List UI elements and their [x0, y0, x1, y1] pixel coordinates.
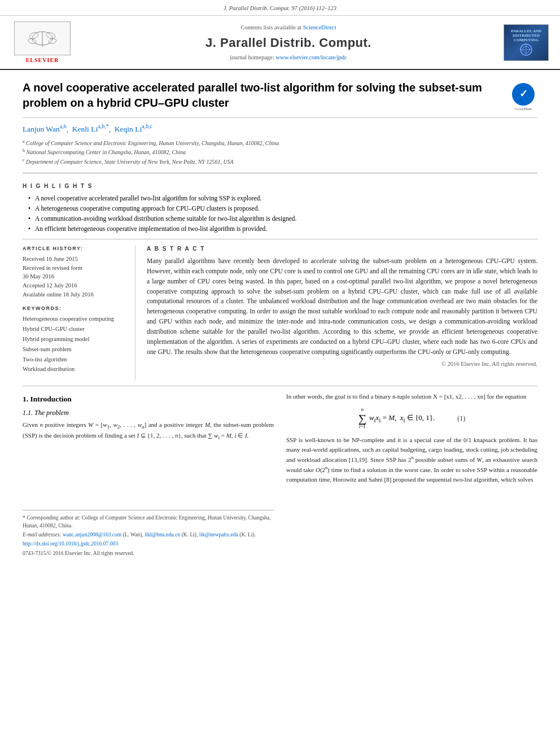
- revised-date: 30 May 2016: [23, 272, 126, 281]
- divider-1: [23, 173, 537, 173]
- body-text-ssp-info: SSP is well-known to be NP-complete and …: [286, 435, 537, 484]
- journal-homepage: journal homepage: www.elsevier.com/locat…: [73, 54, 504, 62]
- keyword-6: Workload distribution: [23, 364, 126, 374]
- abstract-col: A B S T R A C T Many parallel algorithms…: [147, 245, 537, 380]
- affiliation-c: c Department of Computer Science, State …: [23, 157, 537, 166]
- footnotes-section: * Corresponding author at: College of Co…: [23, 510, 274, 557]
- authors-line: Lanjun Wana,b, Kenli Lia,b,*, Keqin Lia,…: [23, 123, 537, 134]
- author-lanjun-wan[interactable]: Lanjun Wan: [23, 125, 60, 133]
- article-title-section: A novel cooperative accelerated parallel…: [23, 70, 537, 119]
- journal-header: ELSEVIER Contents lists available at Sci…: [0, 16, 560, 70]
- email-3[interactable]: lik@newpaltz.edu: [199, 532, 238, 538]
- email3-who: (K. Li).: [239, 532, 256, 538]
- revised-label: Received in revised form: [23, 264, 126, 273]
- crossmark-logo: ✓: [512, 83, 535, 106]
- crossmark-widget[interactable]: ✓ CrossMark: [509, 83, 537, 112]
- email-label: E-mail addresses:: [23, 532, 62, 538]
- journal-title-center: Contents lists available at ScienceDirec…: [73, 24, 504, 62]
- copyright-line: © 2016 Elsevier Inc. All rights reserved…: [147, 360, 537, 369]
- article-info-col: Article history: Received 16 June 2015 R…: [23, 245, 135, 380]
- section-1-heading: 1. Introduction: [23, 394, 274, 405]
- keywords-list: Heterogeneous cooperative computing Hybr…: [23, 314, 126, 374]
- body-content: 1. Introduction 1.1. The problem Given n…: [23, 386, 537, 558]
- email-1[interactable]: wanc.anjun2008@163.com: [63, 532, 121, 538]
- journal-reference: J. Parallel Distrib. Comput. 97 (2016) 1…: [0, 0, 560, 16]
- cover-graphic: [515, 43, 537, 57]
- keyword-2: Hybrid CPU–GPU cluster: [23, 324, 126, 334]
- formula-number-1: (1): [457, 414, 465, 423]
- article-history-label: Article history:: [23, 245, 126, 252]
- highlight-item-2: A heterogeneous cooperative computing ap…: [28, 204, 537, 213]
- body-left-col: 1. Introduction 1.1. The problem Given n…: [23, 392, 274, 558]
- sum-symbol: n ∑ i=1: [358, 407, 366, 430]
- subsection-1-1-heading: 1.1. The problem: [23, 408, 274, 418]
- footnote-corresponding: * Corresponding author at: College of Co…: [23, 514, 274, 530]
- article-history-group: Article history: Received 16 June 2015 R…: [23, 245, 126, 299]
- sciencedirect-link[interactable]: ScienceDirect: [303, 24, 336, 30]
- article-title: A novel cooperative accelerated parallel…: [23, 80, 509, 111]
- keywords-label: Keywords:: [23, 305, 126, 312]
- email2-who: (K. Li),: [182, 532, 198, 538]
- elsevier-tree-icon: [25, 27, 59, 50]
- homepage-url[interactable]: www.elsevier.com/locate/jpdc: [275, 54, 347, 60]
- abstract-text: Many parallel algorithms have recently b…: [147, 256, 537, 357]
- formula-1: n ∑ i=1 wixi = M, xi ∈ {0, 1}. (1): [286, 407, 537, 430]
- keyword-3: Hybrid programming model: [23, 334, 126, 344]
- formula-content: n ∑ i=1 wixi = M, xi ∈ {0, 1}.: [358, 407, 435, 430]
- affiliation-b: b National Supercomputing Center in Chan…: [23, 147, 537, 156]
- highlights-list: A novel cooperative accelerated parallel…: [23, 194, 537, 233]
- keyword-4: Subset-sum problem: [23, 344, 126, 355]
- affiliation-a: a College of Computer Science and Electr…: [23, 138, 537, 147]
- online-date: Available online 18 July 2016: [23, 290, 126, 299]
- body-text-problem: Given n positive integers W = [w1, w2, .…: [23, 420, 274, 442]
- page: J. Parallel Distrib. Comput. 97 (2016) 1…: [0, 0, 560, 747]
- highlight-item-4: An efficient heterogeneous cooperative i…: [28, 224, 537, 233]
- highlight-item-1: A novel cooperative accelerated parallel…: [28, 194, 537, 203]
- sigma-formula: n ∑ i=1 wixi = M, xi ∈ {0, 1}.: [358, 407, 435, 430]
- accepted-date: Accepted 12 July 2016: [23, 281, 126, 290]
- highlight-item-3: A communication-avoiding workload distri…: [28, 214, 537, 223]
- elsevier-logo: ELSEVIER: [11, 21, 73, 64]
- journal-name: J. Parallel Distrib. Comput.: [73, 34, 504, 52]
- elsevier-logo-box: [14, 21, 71, 55]
- email1-who: (L. Wan),: [123, 532, 143, 538]
- sum-bottom: i=1: [359, 424, 366, 430]
- authors-section: Lanjun Wana,b, Kenli Lia,b,*, Keqin Lia,…: [23, 118, 537, 168]
- sum-big-sigma: ∑: [358, 413, 366, 424]
- highlights-section: H I G H L I G H T S A novel cooperative …: [23, 178, 537, 239]
- journal-ref-text: J. Parallel Distrib. Comput. 97 (2016) 1…: [224, 5, 336, 11]
- received-date: Received 16 June 2015: [23, 255, 126, 264]
- body-text-right-intro: In other words, the goal is to find a bi…: [286, 392, 537, 401]
- abstract-label: A B S T R A C T: [147, 245, 537, 253]
- author-kenli-li[interactable]: Kenli Li: [72, 125, 98, 133]
- body-right-col: In other words, the goal is to find a bi…: [286, 392, 537, 558]
- cover-text: PARALLEL ANDDISTRIBUTEDCOMPUTING: [511, 29, 541, 43]
- body-two-col: 1. Introduction 1.1. The problem Given n…: [23, 392, 537, 558]
- keyword-1: Heterogeneous cooperative computing: [23, 314, 126, 324]
- elsevier-wordmark: ELSEVIER: [26, 56, 59, 64]
- author-keqin-li[interactable]: Keqin Li: [115, 125, 142, 133]
- main-content: A novel cooperative accelerated parallel…: [0, 70, 560, 558]
- footnote-emails: E-mail addresses: wanc.anjun2008@163.com…: [23, 531, 274, 539]
- email-2[interactable]: likl@hnu.edu.cn: [145, 532, 180, 538]
- footnote-corresponding-text: * Corresponding author at: College of Co…: [23, 515, 270, 528]
- crossmark-text: CrossMark: [514, 107, 532, 112]
- footnote-doi: http://dx.doi.org/10.1016/j.jpdc.2016.07…: [23, 540, 274, 548]
- keywords-group: Keywords: Heterogeneous cooperative comp…: [23, 305, 126, 375]
- doi-link[interactable]: http://dx.doi.org/10.1016/j.jpdc.2016.07…: [23, 541, 118, 547]
- keyword-5: Two-list algorithm: [23, 355, 126, 365]
- info-abstract-section: Article history: Received 16 June 2015 R…: [23, 239, 537, 386]
- affiliations: a College of Computer Science and Electr…: [23, 138, 537, 166]
- footnote-issn: 0743-7315/© 2016 Elsevier Inc. All right…: [23, 549, 274, 557]
- highlights-label: H I G H L I G H T S: [23, 182, 537, 190]
- homepage-label: journal homepage:: [230, 54, 275, 60]
- sum-expression: wixi = M, xi ∈ {0, 1}.: [369, 413, 435, 425]
- contents-line: Contents lists available at ScienceDirec…: [73, 24, 504, 32]
- journal-cover-image: PARALLEL ANDDISTRIBUTEDCOMPUTING: [504, 24, 549, 61]
- contents-text: Contents lists available at: [240, 24, 303, 30]
